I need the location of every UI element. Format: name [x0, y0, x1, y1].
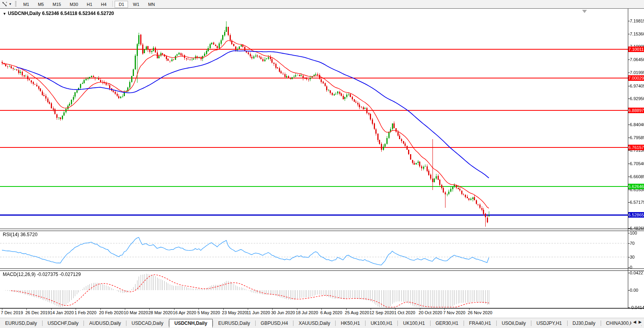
- chart-tab-usdcad-daily[interactable]: USDCAD,Daily: [126, 319, 169, 328]
- timeframe-button-w1[interactable]: W1: [129, 1, 143, 8]
- x-tick-mark: [371, 308, 371, 310]
- x-tick-mark: [149, 308, 150, 310]
- x-date-label: 26 Nov 2020: [468, 310, 492, 315]
- chart-tab-usdchf-daily[interactable]: USDCHF,Daily: [43, 319, 84, 328]
- rsi-tick-label: 0: [630, 265, 644, 270]
- macd-indicator-label: MACD(12,26,9) -0.027375 -0.027129: [3, 272, 81, 277]
- chart-shift-marker-icon[interactable]: [582, 10, 587, 13]
- chart-tab-usoil-daily[interactable]: USOil,Daily: [497, 319, 531, 328]
- x-date-label: 6 Aug 2020: [320, 310, 342, 315]
- y-tick-label: 6.97405: [630, 84, 644, 89]
- tab-scrollers: ◀ ▶: [632, 319, 643, 325]
- x-date-label: 14 Jan 2020: [50, 310, 74, 315]
- chart-tab-uk100-h1[interactable]: UK100,H1: [398, 319, 430, 328]
- symbol-title: ▼USDCNH,Daily 6.52346 6.54118 6.52344 6.…: [3, 11, 114, 16]
- chart-tab-xauusd-daily[interactable]: XAUUSD,Daily: [293, 319, 335, 328]
- chart-tab-hk50-h1[interactable]: HK50,H1: [336, 319, 365, 328]
- x-tick-mark: [321, 308, 322, 310]
- timeframe-button-m5[interactable]: M5: [34, 1, 48, 8]
- symbol-ohlc: 6.52346 6.54118 6.52344 6.52720: [42, 11, 114, 16]
- timeframe-button-h1[interactable]: H1: [83, 1, 96, 8]
- x-tick-mark: [469, 308, 470, 310]
- tab-scroll-left-icon[interactable]: ◀: [633, 320, 637, 324]
- x-tick-mark: [100, 308, 101, 310]
- y-tick-label: 6.92950: [630, 96, 644, 101]
- panel-separator[interactable]: [0, 268, 644, 271]
- mt4-window: ▼ M1M5M15M30H1H4D1W1MN ▼USDCNH,Daily 6.5…: [0, 0, 644, 328]
- timeframe-button-mn[interactable]: MN: [144, 1, 159, 8]
- rsi-tick-label: 70: [630, 241, 644, 246]
- x-date-label: 1 Feb 2020: [74, 310, 97, 315]
- macd-tick-label: 0.042275: [630, 270, 644, 276]
- chart-window: ▼USDCNH,Daily 6.52346 6.54118 6.52344 6.…: [0, 8, 644, 318]
- x-date-label: 23 May 2020: [222, 310, 247, 315]
- x-tick-mark: [199, 308, 199, 310]
- timeframe-button-m30[interactable]: M30: [66, 1, 82, 8]
- x-tick-mark: [125, 308, 125, 310]
- price-chart-canvas[interactable]: [0, 9, 628, 229]
- collapse-triangle-icon[interactable]: ▼: [3, 12, 6, 16]
- x-date-label: 20 Oct 2020: [419, 310, 442, 315]
- macd-tick-label: 0.00: [630, 288, 644, 293]
- toolbar-separator: [112, 1, 113, 7]
- y-tick-label: 6.57175: [630, 200, 644, 205]
- x-date-label: 25 Aug 2020: [345, 310, 369, 315]
- timeframe-button-d1[interactable]: D1: [115, 1, 128, 8]
- y-axis-line: [628, 9, 628, 308]
- level-price-badge: 7.00029: [628, 75, 644, 81]
- timeframe-toolbar: ▼ M1M5M15M30H1H4D1W1MN: [0, 0, 644, 9]
- y-tick-label: 7.01995: [630, 70, 644, 75]
- x-date-label: 28 Mar 2020: [148, 310, 173, 315]
- x-date-label: 11 Jun 2020: [247, 310, 270, 315]
- chart-tab-uk100-h1[interactable]: UK100,H1: [366, 319, 397, 328]
- x-date-label: 10 Mar 2020: [124, 310, 148, 315]
- x-date-label: 20 Feb 2020: [99, 310, 124, 315]
- timeframe-button-m15[interactable]: M15: [48, 1, 65, 8]
- chart-tab-eurusd-daily[interactable]: EURUSD,Daily: [213, 319, 255, 328]
- chart-type-dropdown-caret[interactable]: ▼: [9, 2, 12, 6]
- macd-chart-canvas[interactable]: [0, 270, 628, 308]
- x-date-label: 5 May 2020: [197, 310, 220, 315]
- chart-tab-dj30-daily[interactable]: DJ30,Daily: [568, 319, 601, 328]
- x-tick-mark: [444, 308, 445, 310]
- level-price-badge: 7.10011: [628, 47, 644, 52]
- x-tick-mark: [248, 308, 248, 310]
- chart-tab-ger30-h1[interactable]: GER30,H1: [431, 319, 464, 328]
- timeframe-buttons: M1M5M15M30H1H4D1W1MN: [19, 1, 159, 8]
- chart-tab-bar: EURUSD,DailyUSDCHF,DailyAUDUSD,DailyUSDC…: [0, 318, 644, 328]
- panel-separator[interactable]: [0, 229, 644, 231]
- x-date-label: 26 Dec 2019: [25, 310, 50, 315]
- rsi-chart-canvas[interactable]: [0, 231, 628, 268]
- x-date-label: 16 Apr 2020: [173, 310, 196, 315]
- chart-tab-eurusd-daily[interactable]: EURUSD,Daily: [0, 319, 42, 328]
- x-tick-mark: [2, 308, 2, 310]
- x-date-label: 7 Dec 2019: [1, 310, 23, 315]
- x-date-label: 1 Oct 2020: [394, 310, 415, 315]
- timeframe-button-m1[interactable]: M1: [19, 1, 33, 8]
- chart-cursor-icon[interactable]: [1, 1, 8, 7]
- rsi-tick-label: 30: [630, 255, 644, 260]
- x-tick-mark: [346, 308, 347, 310]
- x-date-label: 18 Jul 2020: [296, 310, 318, 315]
- x-date-label: 7 Nov 2020: [443, 310, 465, 315]
- chart-tab-usdcnh-daily[interactable]: USDCNH,Daily: [169, 319, 213, 328]
- chart-tab-fra40-h1[interactable]: FRA40,H1: [464, 319, 496, 328]
- rsi-tick-label: 100: [630, 231, 644, 236]
- x-tick-mark: [174, 308, 174, 310]
- timeframe-button-h4[interactable]: H4: [97, 1, 110, 8]
- y-tick-label: 6.84040: [630, 122, 644, 127]
- x-tick-mark: [223, 308, 224, 310]
- rsi-indicator-label: RSI(14) 36.5720: [3, 232, 37, 237]
- x-tick-mark: [76, 308, 76, 310]
- level-price-badge: 6.52865: [628, 212, 644, 218]
- level-price-badge: 6.76157: [628, 145, 644, 150]
- chart-tab-audusd-daily[interactable]: AUDUSD,Daily: [84, 319, 126, 328]
- x-date-label: 30 Jun 2020: [271, 310, 295, 315]
- x-tick-mark: [26, 308, 27, 310]
- chart-tab-gbpusd-h4[interactable]: GBPUSD,H4: [256, 319, 293, 328]
- chart-tab-usdjpy-h1[interactable]: USDJPY,H1: [531, 319, 567, 328]
- tab-scroll-right-icon[interactable]: ▶: [638, 320, 642, 324]
- y-tick-label: 7.06450: [630, 57, 644, 62]
- level-price-badge: 6.62646: [628, 184, 644, 189]
- toolbar-grip[interactable]: [15, 1, 17, 7]
